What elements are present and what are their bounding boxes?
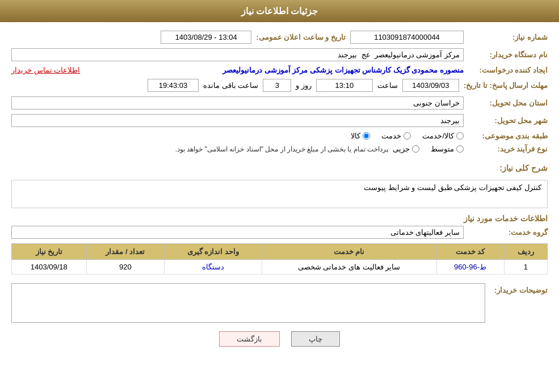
purchase-type-note: پرداخت تمام یا بخشی از مبلغ خریدار از مح…	[11, 145, 388, 153]
col-header-code: کد خدمت	[436, 244, 504, 260]
page-header: جزئیات اطلاعات نیاز	[0, 0, 559, 22]
need-number-row: شماره نیاز: تاریخ و ساعت اعلان عمومی:	[11, 31, 548, 44]
creator-value: منصوره محمودی گزیک کارشناس تجهیزات پزشکی…	[85, 66, 464, 74]
purchase-motavasset-radio[interactable]	[456, 145, 464, 153]
category-khedmat-item: خدمت	[381, 132, 411, 140]
city-input[interactable]	[11, 114, 464, 127]
col-header-unit: واحد اندازه گیری	[164, 244, 262, 260]
print-button[interactable]: چاپ	[291, 331, 340, 347]
reply-remaining-input[interactable]	[148, 79, 199, 92]
category-row: طبقه بندی موضوعی: کالا خدمت کالا/خدمت	[11, 132, 548, 140]
services-table: ردیف کد خدمت نام خدمت واحد اندازه گیری ت…	[11, 243, 548, 275]
cell-unit: دستگاه	[164, 260, 262, 275]
reply-date-input[interactable]	[402, 79, 459, 92]
col-header-qty: تعداد / مقدار	[86, 244, 164, 260]
category-kala-radio[interactable]	[363, 132, 370, 140]
col-header-row: ردیف	[504, 244, 547, 260]
category-kala-khedmat-radio[interactable]	[456, 132, 464, 140]
buyer-name-input[interactable]	[11, 48, 464, 61]
description-value: کنترل کیفی تجهیزات پزشکی طبق لیست و شرای…	[364, 183, 541, 192]
contact-link[interactable]: اطلاعات تماس خریدار	[11, 66, 80, 74]
services-section-title: اطلاعات خدمات مورد نیاز	[11, 214, 548, 223]
city-row: شهر محل تحویل:	[11, 114, 548, 127]
cell-row: 1	[504, 260, 547, 275]
reply-days-label: روز و	[296, 81, 312, 90]
category-radio-group: کالا خدمت کالا/خدمت	[351, 132, 464, 140]
province-row: استان محل تحویل:	[11, 96, 548, 109]
page-title: جزئیات اطلاعات نیاز	[241, 6, 318, 16]
creator-row: ایجاد کننده درخواست: منصوره محمودی گزیک …	[11, 66, 548, 74]
col-header-service: نام خدمت	[262, 244, 436, 260]
category-khedmat-radio[interactable]	[404, 132, 411, 140]
category-khedmat-label: خدمت	[381, 132, 401, 140]
buyer-name-row: نام دستگاه خریدار:	[11, 48, 548, 61]
province-input[interactable]	[11, 96, 464, 109]
description-label: شرح کلی نیاز:	[500, 163, 548, 172]
category-label: طبقه بندی موضوعی:	[468, 132, 548, 140]
main-content: شماره نیاز: تاریخ و ساعت اعلان عمومی: نا…	[0, 22, 559, 364]
purchase-jozi-radio[interactable]	[412, 145, 419, 153]
footer-buttons: چاپ بازگشت	[11, 331, 548, 347]
reply-date-row: مهلت ارسال پاسخ: تا تاریخ: ساعت روز و سا…	[11, 79, 548, 92]
purchase-type-row: نوع فرآیند خرید: جزیی متوسط پرداخت تمام …	[11, 145, 548, 153]
category-kala-khedmat-item: کالا/خدمت	[422, 132, 464, 140]
service-group-label: گروه خدمت:	[468, 228, 548, 237]
buyer-name-label: نام دستگاه خریدار:	[468, 50, 548, 59]
city-label: شهر محل تحویل:	[468, 116, 548, 125]
category-kala-label: کالا	[351, 132, 360, 140]
need-number-input[interactable]	[350, 31, 464, 44]
buyer-desc-textarea[interactable]	[11, 283, 485, 323]
reply-remaining-label: ساعت باقی مانده	[203, 81, 258, 90]
announce-input[interactable]	[161, 31, 251, 44]
purchase-type-label: نوع فرآیند خرید:	[468, 145, 548, 153]
description-section: شرح کلی نیاز: کنترل کیفی تجهیزات پزشکی ط…	[11, 158, 548, 208]
purchase-motavasset-label: متوسط	[431, 145, 454, 153]
purchase-jozi-label: جزیی	[393, 145, 410, 153]
cell-date: 1403/09/18	[12, 260, 87, 275]
service-group-row: گروه خدمت:	[11, 226, 548, 239]
reply-time-label: ساعت	[377, 81, 398, 90]
category-kala-khedmat-label: کالا/خدمت	[422, 132, 454, 140]
purchase-motavasset-item: متوسط	[431, 145, 464, 153]
buyer-desc-label: توضیحات خریدار:	[491, 283, 548, 294]
reply-days-input[interactable]	[263, 79, 291, 92]
need-number-label: شماره نیاز:	[468, 33, 548, 41]
buyer-desc-section: توضیحات خریدار:	[11, 283, 548, 323]
back-button[interactable]: بازگشت	[219, 331, 280, 347]
category-kala-item: کالا	[351, 132, 370, 140]
table-row: 1 ط-96-960 سایر فعالیت های خدماتی شخصی د…	[12, 260, 548, 275]
reply-time-input[interactable]	[316, 79, 373, 92]
col-header-date: تاریخ نیاز	[12, 244, 87, 260]
cell-service: سایر فعالیت های خدماتی شخصی	[262, 260, 436, 275]
purchase-type-radio-group: جزیی متوسط	[393, 145, 464, 153]
cell-code: ط-96-960	[436, 260, 504, 275]
description-label-row: شرح کلی نیاز:	[11, 158, 548, 175]
province-label: استان محل تحویل:	[468, 99, 548, 107]
reply-date-label: مهلت ارسال پاسخ: تا تاریخ:	[464, 81, 548, 90]
page-wrapper: جزئیات اطلاعات نیاز شماره نیاز: تاریخ و …	[0, 0, 559, 392]
description-box: کنترل کیفی تجهیزات پزشکی طبق لیست و شرای…	[11, 180, 548, 208]
service-group-input[interactable]	[11, 226, 464, 239]
cell-qty: 920	[86, 260, 164, 275]
creator-label: ایجاد کننده درخواست:	[468, 66, 548, 74]
purchase-jozi-item: جزیی	[393, 145, 419, 153]
announce-label: تاریخ و ساعت اعلان عمومی:	[256, 33, 346, 41]
